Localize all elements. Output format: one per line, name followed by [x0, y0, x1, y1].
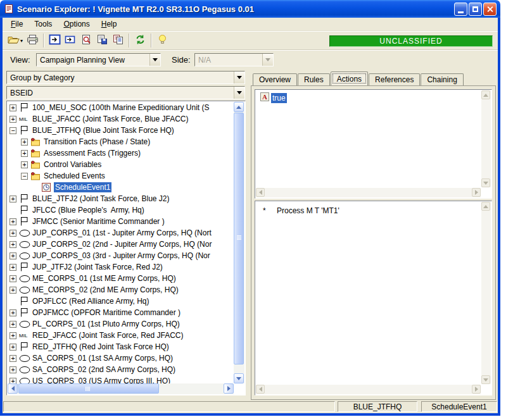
refresh-button[interactable] — [132, 33, 148, 49]
tree-row[interactable]: +PL_CORPS_01 (1st Pluto Army Corps, HQ) — [8, 318, 234, 330]
tree-node-label[interactable]: ScheduleEvent1 — [54, 182, 111, 192]
tree-row[interactable]: +ME_CORPS_02 (2nd ME Army Corps, HQ) — [8, 284, 234, 296]
tree-row[interactable]: +JFMCC (Senior Maritime Commander ) — [8, 216, 234, 227]
menu-help[interactable]: Help — [96, 18, 123, 30]
expand-toggle-icon[interactable]: + — [10, 230, 16, 237]
view-combobox-dropdown-button[interactable] — [149, 54, 160, 66]
tree-row[interactable]: +Transition Facts (Phase / State) — [8, 136, 234, 147]
window-large-button[interactable] — [47, 33, 63, 49]
scroll-left-button[interactable] — [8, 383, 18, 394]
action-item[interactable]: * Process M T 'MT1' — [263, 206, 339, 215]
tree-row[interactable]: +US_CORPS_03 (US Army Corps III, HQ) — [8, 375, 234, 383]
tree-node-label[interactable]: JFMCC (Senior Maritime Commander ) — [31, 216, 166, 227]
tree-node-label[interactable]: SA_CORPS_02 (2nd SA Army Corps, HQ) — [31, 364, 177, 375]
rule-condition-value[interactable]: true — [271, 93, 287, 103]
printer-button[interactable] — [25, 33, 41, 49]
tree-horizontal-scrollbar[interactable] — [8, 383, 234, 394]
title-bar[interactable]: Scenario Explorer: ! Vignette MT R2.0 SR… — [0, 0, 500, 18]
tree-node-label[interactable]: PL_CORPS_01 (1st Pluto Army Corps, HQ) — [31, 319, 181, 329]
tree-row[interactable]: +JUP_CORPS_01 (1st - Jupiter Army Corps,… — [8, 227, 234, 239]
tree-row[interactable]: +MILBLUE_JFACC (Joint Task Force, Blue J… — [8, 113, 234, 125]
tree-node-label[interactable]: 100_MEU_SOC (100th Marine Expeditionary … — [31, 103, 210, 113]
expand-toggle-icon[interactable]: + — [10, 355, 16, 362]
tree-row[interactable]: +RED_JTFHQ (Red Joint Task Force HQ) — [8, 341, 234, 352]
expand-toggle-icon[interactable]: + — [10, 116, 16, 123]
collapse-toggle-icon[interactable]: − — [10, 127, 16, 134]
tree-node-label[interactable]: OPJFLCC (Red Alliance Army, Hq) — [31, 296, 151, 306]
expand-toggle-icon[interactable]: + — [10, 104, 16, 111]
tree-node-label[interactable]: US_CORPS_03 (US Army Corps III, HQ) — [31, 376, 172, 383]
id-combobox[interactable]: BSEID — [6, 86, 245, 99]
scroll-up-button[interactable] — [234, 102, 244, 112]
expand-toggle-icon[interactable]: + — [10, 264, 16, 271]
tree-node-label[interactable]: JUP_JTFJ2 (Joint Task Force, Red J2) — [31, 262, 164, 272]
expand-toggle-icon[interactable]: + — [21, 161, 28, 168]
scrollbar-thumb[interactable] — [234, 113, 244, 364]
action-text[interactable]: Process M T 'MT1' — [277, 206, 339, 215]
id-combobox-dropdown-button[interactable] — [234, 87, 244, 99]
expand-toggle-icon[interactable]: + — [10, 252, 16, 259]
tree-node-label[interactable]: SA_CORPS_01 (1st SA Army Corps, HQ) — [31, 353, 174, 363]
collapse-toggle-icon[interactable]: − — [21, 173, 28, 180]
close-button[interactable] — [483, 3, 497, 16]
tree-node-label[interactable]: OPJFMCC (OPFOR Maritime Commander ) — [31, 308, 182, 318]
find-document-button[interactable] — [79, 33, 94, 49]
expand-toggle-icon[interactable]: + — [10, 275, 16, 282]
tree-row[interactable]: +JUP_CORPS_03 (3rd - Jupiter Army Corps,… — [8, 250, 234, 261]
expand-toggle-icon[interactable]: + — [10, 332, 16, 339]
menu-file[interactable]: File — [5, 18, 28, 30]
tree-node-label[interactable]: ME_CORPS_02 (2nd ME Army Corps, HQ) — [31, 285, 180, 295]
tree-node-label[interactable]: Scheduled Events — [42, 171, 106, 181]
expand-toggle-icon[interactable]: + — [10, 218, 16, 225]
expand-toggle-icon[interactable]: + — [10, 378, 16, 384]
tree-row[interactable]: +SA_CORPS_02 (2nd SA Army Corps, HQ) — [8, 364, 234, 375]
expand-toggle-icon[interactable]: + — [21, 139, 28, 146]
paste-button[interactable] — [110, 33, 126, 49]
tree-row[interactable]: +OPJFMCC (OPFOR Maritime Commander ) — [8, 307, 234, 318]
group-by-combobox-dropdown-button[interactable] — [234, 72, 244, 84]
tree-node-label[interactable]: Assessment Facts (Triggers) — [42, 148, 142, 158]
tree-row[interactable]: +MILRED_JFACC (Joint Task Force, Red JFA… — [8, 330, 234, 341]
tab-references[interactable]: References — [369, 73, 420, 85]
tab-actions[interactable]: Actions — [331, 72, 368, 85]
tree-vertical-scrollbar[interactable] — [234, 102, 244, 383]
tree-row[interactable]: −BLUE_JTFHQ (Blue Joint Task Force HQ) — [8, 125, 234, 136]
save-button[interactable] — [94, 33, 110, 49]
tree-row[interactable]: +Control Variables — [8, 159, 234, 170]
tree-row[interactable]: OPJFLCC (Red Alliance Army, Hq) — [8, 296, 234, 307]
expand-toggle-icon[interactable]: + — [10, 287, 16, 294]
tree-node-label[interactable]: Control Variables — [42, 159, 103, 170]
dropdown-arrow-icon[interactable]: ▾ — [20, 38, 23, 44]
window-small-button[interactable] — [63, 33, 79, 49]
expand-toggle-icon[interactable]: + — [21, 150, 28, 157]
tree-node-label[interactable]: ME_CORPS_01 (1st ME Army Corps, HQ) — [31, 273, 177, 283]
tree-node-label[interactable]: JFLCC (Blue People's Army, Hq) — [31, 205, 146, 215]
tree-row[interactable]: +JUP_JTFJ2 (Joint Task Force, Red J2) — [8, 261, 234, 273]
lightbulb-button[interactable] — [155, 33, 170, 49]
scroll-down-button[interactable] — [234, 373, 244, 383]
scrollbar-thumb[interactable] — [18, 383, 159, 394]
rule-condition-row[interactable]: A true — [260, 92, 287, 104]
tree-row[interactable]: −Scheduled Events — [8, 170, 234, 182]
tree-node-label[interactable]: RED_JFACC (Joint Task Force, Red JFACC) — [31, 330, 185, 340]
menu-tools[interactable]: Tools — [28, 18, 58, 30]
rule-condition-box[interactable]: A true — [255, 89, 492, 199]
tree-row[interactable]: +ME_CORPS_01 (1st ME Army Corps, HQ) — [8, 273, 234, 284]
expand-toggle-icon[interactable]: + — [10, 241, 16, 248]
group-by-combobox[interactable]: Group by Category — [6, 71, 245, 84]
tree-node-label[interactable]: BLUE_JTFHQ (Blue Joint Task Force HQ) — [31, 125, 175, 135]
tree-node-label[interactable]: JUP_CORPS_03 (3rd - Jupiter Army Corps, … — [31, 251, 212, 261]
actions-list-box[interactable]: * Process M T 'MT1' — [255, 201, 492, 395]
expand-toggle-icon[interactable]: + — [10, 196, 16, 202]
tree-node-label[interactable]: JUP_CORPS_02 (2nd - Jupiter Army Corps, … — [31, 239, 213, 249]
tree-node-label[interactable]: JUP_CORPS_01 (1st - Jupiter Army Corps, … — [31, 228, 213, 238]
expand-toggle-icon[interactable]: + — [10, 309, 16, 316]
expand-toggle-icon[interactable]: + — [10, 321, 16, 328]
minimize-button[interactable] — [454, 3, 467, 16]
scroll-right-button[interactable] — [224, 383, 234, 394]
tab-rules[interactable]: Rules — [298, 73, 330, 85]
tab-overview[interactable]: Overview — [253, 73, 297, 85]
tree-row[interactable]: JFLCC (Blue People's Army, Hq) — [8, 204, 234, 216]
tree-row[interactable]: +100_MEU_SOC (100th Marine Expeditionary… — [8, 102, 234, 113]
tree-row[interactable]: +BLUE_JTFJ2 (Joint Task Force, Blue J2) — [8, 193, 234, 204]
